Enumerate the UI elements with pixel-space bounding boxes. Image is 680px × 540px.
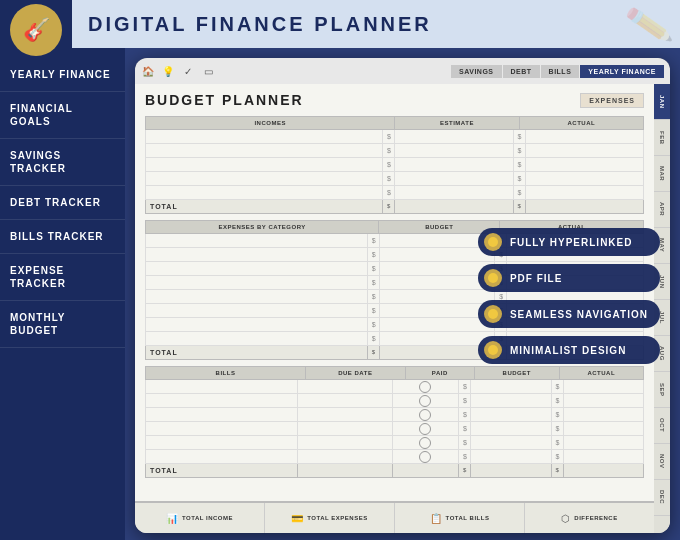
- tab-yearly-finance[interactable]: YEARLY FINANCE: [580, 65, 664, 78]
- expenses-button[interactable]: EXPENSES: [580, 93, 644, 108]
- incomes-section: INCOMES ESTIMATE ACTUAL $ $: [145, 116, 644, 214]
- sidebar-item-debt-tracker[interactable]: DEBT TRACKER: [0, 186, 125, 220]
- planner-title: BUDGET PLANNER: [145, 92, 304, 108]
- table-row: $ $: [145, 422, 644, 436]
- badge-pdf: PDF FILE: [478, 264, 660, 292]
- table-row: $ $: [145, 144, 644, 158]
- summary-total-bills: 📋 TOTAL BILLS: [395, 503, 525, 533]
- table-row: $ $: [145, 450, 644, 464]
- incomes-total-label: TOTAL: [146, 200, 383, 213]
- badge-design-text: MINIMALIST DESIGN: [510, 345, 626, 356]
- incomes-col-header: INCOMES: [146, 117, 395, 129]
- sidebar-item-expense-tracker[interactable]: EXPENSE TRACKER: [0, 254, 125, 301]
- table-row: $ $: [145, 158, 644, 172]
- badge-dot-design: [484, 341, 502, 359]
- planner-title-row: BUDGET PLANNER EXPENSES: [145, 92, 644, 108]
- sidebar-item-savings-tracker[interactable]: SAVINGS TRACKER: [0, 139, 125, 186]
- bills-header: BILLS DUE DATE PAID BUDGET ACTUAL: [145, 366, 644, 380]
- tab-savings[interactable]: SAVINGS: [451, 65, 502, 78]
- badge-navigation-text: SEAMLESS NAVIGATION: [510, 309, 648, 320]
- tab-bills[interactable]: BILLS: [541, 65, 580, 78]
- bills-total-row: TOTAL $ $: [145, 464, 644, 478]
- tablet-icon[interactable]: ▭: [201, 64, 215, 78]
- difference-icon: ⬡: [561, 513, 570, 524]
- badge-dot-navigation: [484, 305, 502, 323]
- sidebar-item-financial-goals[interactable]: FINANCIAL GOALS: [0, 92, 125, 139]
- month-tab-feb[interactable]: FEB: [654, 120, 670, 156]
- sidebar-item-yearly-finance[interactable]: YEARLY FINANCE: [0, 58, 125, 92]
- badge-design: MINIMALIST DESIGN: [478, 336, 660, 364]
- credit-card-icon: 💳: [291, 513, 303, 524]
- clipboard-icon: 📋: [430, 513, 442, 524]
- badge-dot-hyperlinked: [484, 233, 502, 251]
- lightbulb-icon[interactable]: 💡: [161, 64, 175, 78]
- bar-chart-icon: 📊: [166, 513, 178, 524]
- summary-bar: 📊 TOTAL INCOME 💳 TOTAL EXPENSES 📋 TOTAL …: [135, 501, 654, 533]
- nav-tabs: SAVINGS DEBT BILLS YEARLY FINANCE: [451, 65, 664, 78]
- badge-hyperlinked: FULLY HYPERLINKED: [478, 228, 660, 256]
- check-icon[interactable]: ✓: [181, 64, 195, 78]
- badge-hyperlinked-text: FULLY HYPERLINKED: [510, 237, 633, 248]
- table-row: $ $: [145, 436, 644, 450]
- sidebar: YEARLY FINANCE FINANCIAL GOALS SAVINGS T…: [0, 48, 125, 540]
- tab-debt[interactable]: DEBT: [503, 65, 540, 78]
- month-tab-jan[interactable]: JAN: [654, 84, 670, 120]
- table-row: $ $: [145, 172, 644, 186]
- month-tab-apr[interactable]: APR: [654, 192, 670, 228]
- table-row: $ $: [145, 130, 644, 144]
- sidebar-item-monthly-budget[interactable]: MONTHLY BUDGET: [0, 301, 125, 348]
- header-title: DIGITAL FINANCE PLANNER: [88, 13, 432, 36]
- bills-total-label: TOTAL: [146, 464, 298, 477]
- summary-total-expenses: 💳 TOTAL EXPENSES: [265, 503, 395, 533]
- table-row: $ $: [145, 186, 644, 200]
- logo: 🎸: [10, 4, 62, 56]
- difference-label: DIFFERENCE: [574, 515, 617, 521]
- expenses-total-label: TOTAL: [146, 346, 368, 359]
- table-row: $ $: [145, 394, 644, 408]
- bills-section: BILLS DUE DATE PAID BUDGET ACTUAL $: [145, 366, 644, 478]
- planner-area: 🏠 💡 ✓ ▭ SAVINGS DEBT BILLS YEARLY FINANC…: [125, 48, 680, 540]
- sidebar-item-bills-tracker[interactable]: BILLS TRACKER: [0, 220, 125, 254]
- badge-navigation: SEAMLESS NAVIGATION: [478, 300, 660, 328]
- month-tab-mar[interactable]: MAR: [654, 156, 670, 192]
- actual-col-header: ACTUAL: [520, 117, 643, 129]
- summary-total-income: 📊 TOTAL INCOME: [135, 503, 265, 533]
- planner-top-nav: 🏠 💡 ✓ ▭ SAVINGS DEBT BILLS YEARLY FINANC…: [135, 58, 670, 84]
- badge-pdf-text: PDF FILE: [510, 273, 562, 284]
- incomes-total-row: TOTAL $ $: [145, 200, 644, 214]
- table-row: $ $: [145, 380, 644, 394]
- home-icon[interactable]: 🏠: [141, 64, 155, 78]
- month-tab-nov[interactable]: NOV: [654, 444, 670, 480]
- incomes-header: INCOMES ESTIMATE ACTUAL: [145, 116, 644, 130]
- feature-badges: FULLY HYPERLINKED PDF FILE SEAMLESS NAVI…: [478, 228, 660, 364]
- estimate-col-header: ESTIMATE: [395, 117, 519, 129]
- month-tab-dec[interactable]: DEC: [654, 480, 670, 516]
- month-tab-sep[interactable]: SEP: [654, 372, 670, 408]
- total-expenses-label: TOTAL EXPENSES: [307, 515, 367, 521]
- badge-dot-pdf: [484, 269, 502, 287]
- summary-difference: ⬡ DIFFERENCE: [525, 503, 654, 533]
- total-bills-label: TOTAL BILLS: [446, 515, 490, 521]
- month-tab-oct[interactable]: OCT: [654, 408, 670, 444]
- table-row: $ $: [145, 408, 644, 422]
- total-income-label: TOTAL INCOME: [182, 515, 233, 521]
